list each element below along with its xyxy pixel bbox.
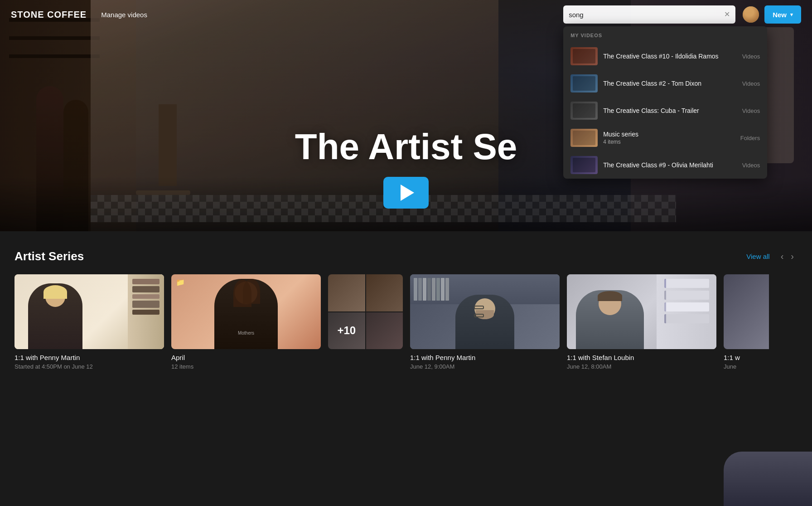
- card-title-6: 1:1 w: [724, 354, 769, 361]
- prev-arrow-button[interactable]: ‹: [777, 249, 788, 263]
- search-container: ✕ MY VIDEOS The Creative Class #10 - Ild…: [563, 5, 735, 24]
- section-header: Artist Series View all ‹ ›: [14, 249, 798, 263]
- cards-row: 1:1 with Penny Martin Started at 4:50PM …: [14, 274, 798, 370]
- new-button-label: New: [773, 11, 787, 19]
- logo: STONE COFFEE: [11, 10, 87, 20]
- result-thumb-3: [570, 102, 598, 120]
- manage-videos-link[interactable]: Manage videos: [101, 11, 563, 19]
- plus-count: +10: [337, 324, 356, 337]
- search-input-wrapper: ✕: [563, 5, 735, 24]
- card-thumb-3: +10: [328, 274, 403, 349]
- new-button[interactable]: New ▾: [764, 5, 801, 24]
- result-info-2: The Creative Class #2 - Tom Dixon: [603, 80, 736, 87]
- result-thumb-2: [570, 74, 598, 92]
- header-right: ✕ MY VIDEOS The Creative Class #10 - Ild…: [563, 5, 801, 24]
- search-result-5[interactable]: The Creative Class #9 - Olivia Merilahti…: [563, 151, 767, 179]
- bottom-section: Artist Series View all ‹ ›: [0, 231, 812, 506]
- header: STONE COFFEE Manage videos ✕ MY VIDEOS T…: [0, 0, 812, 29]
- avatar[interactable]: [743, 6, 759, 23]
- card-title-2: April: [171, 354, 321, 361]
- card-thumb-6-partial: [724, 274, 769, 349]
- chevron-down-icon: ▾: [790, 12, 793, 18]
- next-arrow-button[interactable]: ›: [787, 249, 798, 263]
- card-sub-5: June 12, 8:00AM: [567, 363, 716, 370]
- result-title-4: Music series: [603, 131, 735, 138]
- card-sub-4: June 12, 9:00AM: [410, 363, 560, 370]
- result-type-1: Videos: [742, 53, 760, 60]
- result-info-1: The Creative Class #10 - Ildolidia Ramos: [603, 53, 736, 60]
- result-thumb-5: [570, 156, 598, 174]
- result-thumb-1: [570, 47, 598, 65]
- play-icon: [401, 185, 414, 201]
- search-result-2[interactable]: The Creative Class #2 - Tom Dixon Videos: [563, 70, 767, 97]
- result-thumb-4: [570, 129, 598, 147]
- result-info-5: The Creative Class #9 - Olivia Merilahti: [603, 161, 736, 169]
- result-sub-4: 4 items: [603, 139, 735, 145]
- search-dropdown: MY VIDEOS The Creative Class #10 - Ildol…: [563, 26, 767, 179]
- result-title-1: The Creative Class #10 - Ildolidia Ramos: [603, 53, 736, 60]
- card-2[interactable]: Mothers 📁 April 12 items: [171, 274, 321, 370]
- search-section-label: MY VIDEOS: [563, 26, 767, 43]
- section-title: Artist Series: [14, 249, 746, 263]
- card-thumb-1: [14, 274, 164, 349]
- hero-title: The Artist Se: [295, 126, 517, 168]
- card-thumb-2: Mothers 📁: [171, 274, 321, 349]
- card-sub-2: 12 items: [171, 363, 321, 370]
- result-title-2: The Creative Class #2 - Tom Dixon: [603, 80, 736, 87]
- search-clear-icon[interactable]: ✕: [724, 11, 730, 18]
- result-type-2: Videos: [742, 80, 760, 87]
- card-1[interactable]: 1:1 with Penny Martin Started at 4:50PM …: [14, 274, 164, 370]
- card-thumb-4: [410, 274, 560, 349]
- search-result-3[interactable]: The Creative Class: Cuba - Trailer Video…: [563, 97, 767, 124]
- card-5[interactable]: 1:1 with Stefan Loubin June 12, 8:00AM: [567, 274, 716, 370]
- card-sub-1: Started at 4:50PM on June 12: [14, 363, 164, 370]
- search-input[interactable]: [569, 11, 724, 19]
- result-info-3: The Creative Class: Cuba - Trailer: [603, 107, 736, 114]
- result-type-5: Videos: [742, 162, 760, 169]
- card-title-1: 1:1 with Penny Martin: [14, 354, 164, 361]
- result-title-3: The Creative Class: Cuba - Trailer: [603, 107, 736, 114]
- result-type-4: Folders: [740, 135, 760, 141]
- avatar-image: [743, 6, 759, 23]
- play-button[interactable]: [383, 177, 429, 209]
- search-result-4[interactable]: Music series 4 items Folders: [563, 124, 767, 151]
- result-info-4: Music series 4 items: [603, 131, 735, 145]
- result-type-3: Videos: [742, 107, 760, 114]
- card-6-partial[interactable]: 1:1 w June: [724, 274, 769, 370]
- card-thumb-5: [567, 274, 716, 349]
- search-result-1[interactable]: The Creative Class #10 - Ildolidia Ramos…: [563, 43, 767, 70]
- card-title-4: 1:1 with Penny Martin: [410, 354, 560, 361]
- card-sub-6: June: [724, 363, 769, 370]
- card-title-5: 1:1 with Stefan Loubin: [567, 354, 716, 361]
- result-title-5: The Creative Class #9 - Olivia Merilahti: [603, 161, 736, 169]
- card-4[interactable]: 1:1 with Penny Martin June 12, 9:00AM: [410, 274, 560, 370]
- card-3[interactable]: +10 - -: [328, 274, 403, 370]
- view-all-link[interactable]: View all: [746, 253, 769, 260]
